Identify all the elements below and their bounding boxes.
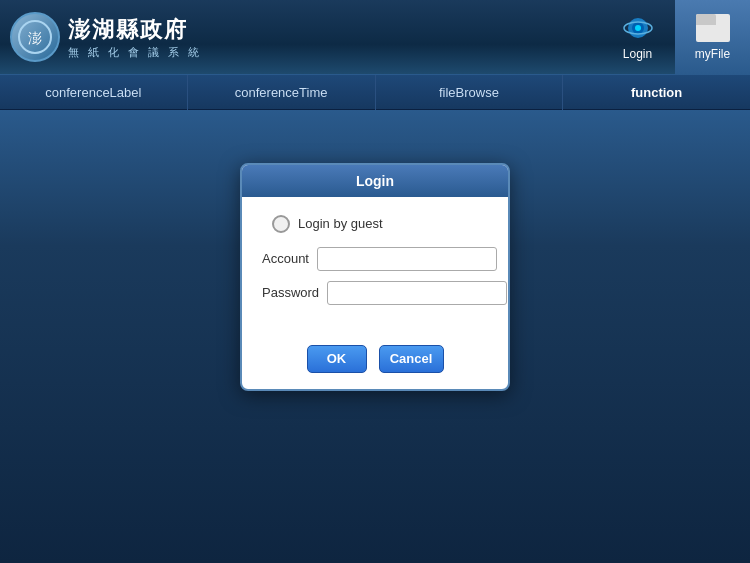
password-row: Password <box>262 281 488 305</box>
dialog-title: Login <box>356 173 394 189</box>
nav-file-browse[interactable]: fileBrowse <box>376 75 564 110</box>
svg-text:澎: 澎 <box>28 31 42 46</box>
nav-function[interactable]: function <box>563 75 750 110</box>
password-label: Password <box>262 285 327 300</box>
guest-radio[interactable] <box>272 215 290 233</box>
dialog-body: Login by guest Account Password <box>242 197 508 333</box>
myfile-button[interactable]: myFile <box>675 0 750 75</box>
account-row: Account <box>262 247 488 271</box>
login-dialog: Login Login by guest Account Password OK <box>240 163 510 391</box>
nav-conference-time[interactable]: conferenceTime <box>188 75 376 110</box>
account-input[interactable] <box>317 247 497 271</box>
logo-subtitle: 無 紙 化 會 議 系 統 <box>68 45 202 60</box>
password-input[interactable] <box>327 281 507 305</box>
logo-icon: 澎 <box>10 12 60 62</box>
guest-label: Login by guest <box>298 216 383 231</box>
login-button-label: Login <box>623 47 652 61</box>
header: 澎 澎湖縣政府 無 紙 化 會 議 系 統 Login myFile <box>0 0 750 75</box>
login-icon <box>620 13 656 43</box>
svg-point-4 <box>635 25 641 31</box>
guest-row: Login by guest <box>262 215 488 233</box>
myfile-icon <box>696 14 730 42</box>
myfile-button-label: myFile <box>695 47 730 61</box>
myfile-icon-wrapper <box>695 13 731 43</box>
logo-area: 澎 澎湖縣政府 無 紙 化 會 議 系 統 <box>10 12 202 62</box>
main-content: Login Login by guest Account Password OK <box>0 110 750 563</box>
nav-conference-label[interactable]: conferenceLabel <box>0 75 188 110</box>
dialog-header: Login <box>242 165 508 197</box>
account-label: Account <box>262 251 317 266</box>
header-buttons: Login myFile <box>600 0 750 75</box>
navbar: conferenceLabel conferenceTime fileBrows… <box>0 75 750 110</box>
cancel-button[interactable]: Cancel <box>379 345 444 373</box>
dialog-footer: OK Cancel <box>242 333 508 389</box>
ok-button[interactable]: OK <box>307 345 367 373</box>
logo-title: 澎湖縣政府 <box>68 15 202 45</box>
modal-overlay: Login Login by guest Account Password OK <box>0 110 750 563</box>
login-button[interactable]: Login <box>600 0 675 75</box>
logo-text: 澎湖縣政府 無 紙 化 會 議 系 統 <box>68 15 202 60</box>
